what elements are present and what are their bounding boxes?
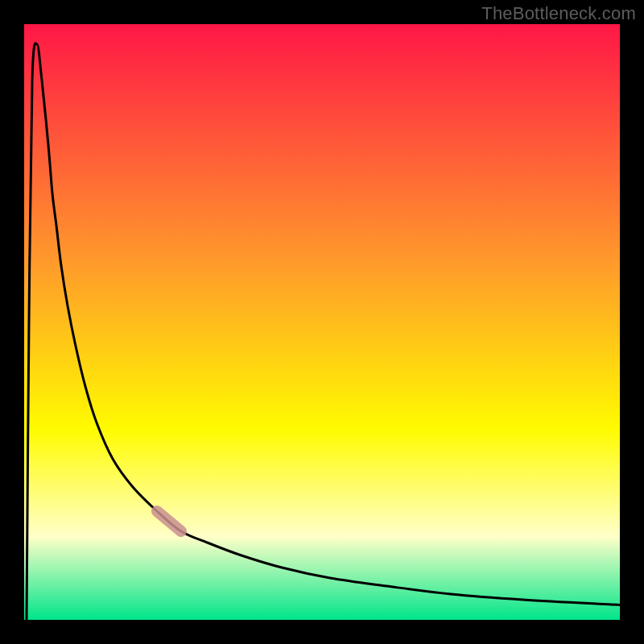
frame-bottom <box>0 620 644 644</box>
plot-background <box>24 24 620 620</box>
chart-stage: TheBottleneck.com <box>0 0 644 644</box>
watermark-text: TheBottleneck.com <box>481 3 636 24</box>
frame-right <box>620 0 644 644</box>
bottleneck-chart <box>0 0 644 644</box>
frame-left <box>0 0 24 644</box>
